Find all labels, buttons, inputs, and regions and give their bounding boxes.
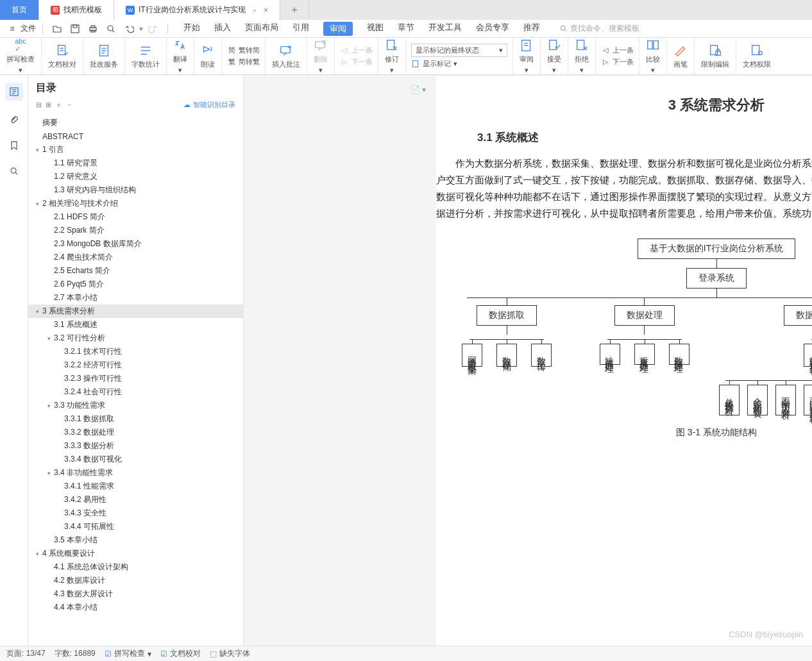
rb-review[interactable]: 审阅 ▾ <box>513 38 541 74</box>
track-combo[interactable]: 显示标记的最终状态▾ <box>411 44 507 57</box>
outline-item[interactable]: 1.2 研究意义 <box>28 170 243 183</box>
status-page[interactable]: 页面: 13/47 <box>6 648 46 659</box>
menu-ref[interactable]: 引用 <box>292 22 309 36</box>
rb-read[interactable]: 朗读 <box>194 38 222 74</box>
outline-item[interactable]: 4.1 系统总体设计架构 <box>28 560 243 574</box>
rb-compare[interactable]: 比较 ▾ <box>639 38 667 74</box>
menu-vip[interactable]: 会员专享 <box>476 22 509 36</box>
redo-icon[interactable] <box>146 22 161 35</box>
rb-insert-comment[interactable]: 插入批注 <box>266 38 307 74</box>
clip-icon[interactable] <box>8 113 21 126</box>
status-proof[interactable]: ☑文档校对 <box>160 648 201 659</box>
rb-spellcheck[interactable]: abc✓拼写检查 ▾ <box>0 38 42 74</box>
outline-item[interactable]: 4.3 数据大屏设计 <box>28 587 243 601</box>
rb-accept[interactable]: 接受 ▾ <box>541 38 568 74</box>
caret-icon[interactable]: ▾ <box>33 308 41 315</box>
rb-next2[interactable]: ▷下一条 <box>601 57 634 67</box>
caret-icon[interactable]: ▾ <box>45 335 53 342</box>
outline-item[interactable]: 1.1 研究背景 <box>28 156 243 170</box>
outline-item[interactable]: 2.3 MongoDB 数据库简介 <box>28 237 243 251</box>
outline-item[interactable]: ▾3.2 可行性分析 <box>28 331 243 345</box>
rb-brush[interactable]: 画笔 <box>667 38 695 74</box>
outline-item[interactable]: 2.5 Echarts 简介 <box>28 264 243 278</box>
search-icon[interactable] <box>8 165 21 178</box>
status-missing-font[interactable]: ⬚ 缺失字体 <box>210 648 250 659</box>
outline-item[interactable]: 2.1 HDFS 简介 <box>28 210 243 224</box>
rb-prev-comment[interactable]: ◁上一条 <box>340 46 373 55</box>
status-words[interactable]: 字数: 16889 <box>55 648 96 659</box>
outline-item[interactable]: ▾1 引言 <box>28 143 243 156</box>
outline-item[interactable]: ▾2 相关理论与技术介绍 <box>28 197 243 210</box>
outline-item[interactable]: 3.5 本章小结 <box>28 533 243 547</box>
document-area[interactable]: 📄 ▾ 3 系统需求分析 3.1 系统概述 作为大数据分析系统，数据采集、数据处… <box>244 75 812 646</box>
print-icon[interactable] <box>85 22 101 35</box>
outline-item[interactable]: 3.1 系统概述 <box>28 318 243 331</box>
expand-icon[interactable]: ＋ <box>55 100 62 110</box>
expand-all-icon[interactable]: ⊞ <box>46 101 51 109</box>
menu-insert[interactable]: 插入 <box>214 22 231 36</box>
outline-item[interactable]: 2.6 Pyqt5 简介 <box>28 278 243 291</box>
rb-revise[interactable]: 修订 ▾ <box>378 38 406 74</box>
outline-item[interactable]: 4.4 本章小结 <box>28 601 243 614</box>
collapse-all-icon[interactable]: ⊟ <box>36 101 42 109</box>
rb-restrict[interactable]: 限制编辑 <box>695 38 736 74</box>
tab-restore-icon[interactable]: ▫ <box>253 6 256 15</box>
rb-prev2[interactable]: ◁上一条 <box>601 46 634 55</box>
menu-chapter[interactable]: 章节 <box>398 22 414 36</box>
bookmark-icon[interactable] <box>8 139 21 152</box>
preview-icon[interactable] <box>103 22 119 35</box>
outline-item[interactable]: 4.2 数据库设计 <box>28 574 243 587</box>
tab-document[interactable]: WIT行业岗位分析系统设计与实现▫× <box>114 0 280 20</box>
undo-icon[interactable] <box>121 22 137 35</box>
caret-icon[interactable]: ▾ <box>45 470 53 476</box>
outline-tree[interactable]: 摘要ABSTRACT▾1 引言1.1 研究背景1.2 研究意义1.3 研究内容与… <box>28 115 243 646</box>
outline-item[interactable]: ▾3.3 功能性需求 <box>28 399 243 412</box>
menu-dev[interactable]: 开发工具 <box>428 22 462 36</box>
menu-view[interactable]: 视图 <box>367 22 384 36</box>
outline-item[interactable]: ABSTRACT <box>28 130 243 143</box>
caret-icon[interactable]: ▾ <box>33 201 41 207</box>
tab-new[interactable]: ＋ <box>280 0 309 20</box>
menu-start[interactable]: 开始 <box>183 22 200 36</box>
open-icon[interactable] <box>49 22 65 35</box>
menu-review[interactable]: 审阅 <box>323 22 353 36</box>
outline-item[interactable]: 3.3.1 数据抓取 <box>28 412 243 426</box>
menu-layout[interactable]: 页面布局 <box>245 22 278 36</box>
outline-item[interactable]: 3.2.1 技术可行性 <box>28 345 243 358</box>
outline-item[interactable]: 1.3 研究内容与组织结构 <box>28 183 243 197</box>
outline-item[interactable]: 3.3.2 数据处理 <box>28 426 243 439</box>
status-spell[interactable]: ☑拼写检查 ▾ <box>105 648 151 659</box>
caret-icon[interactable]: ▾ <box>33 147 41 153</box>
caret-icon[interactable]: ▾ <box>33 551 41 557</box>
outline-item[interactable]: 3.2.2 经济可行性 <box>28 358 243 372</box>
tab-templates[interactable]: 稻找稻壳模板 <box>39 0 114 20</box>
save-icon[interactable] <box>67 22 83 35</box>
rb-docperm[interactable]: 文档权限 <box>736 38 777 74</box>
rb-delete-comment[interactable]: 删除 ▾ <box>307 38 335 74</box>
rb-reject[interactable]: 拒绝 ▾ <box>568 38 596 74</box>
rb-sc1[interactable]: 简繁转简 <box>227 46 260 55</box>
outline-item[interactable]: 摘要 <box>28 116 243 130</box>
page-mini-toolbar[interactable]: 📄 ▾ <box>410 85 426 94</box>
outline-item[interactable]: 3.2.3 操作可行性 <box>28 372 243 385</box>
rb-show-marks[interactable]: 显示标记 ▾ <box>411 59 507 69</box>
outline-item[interactable]: 2.2 Spark 简介 <box>28 224 243 237</box>
outline-item[interactable]: ▾3.4 非功能性需求 <box>28 466 243 480</box>
outline-icon[interactable] <box>5 83 23 101</box>
rb-sc2[interactable]: 繁简转繁 <box>227 57 260 67</box>
outline-item[interactable]: 3.4.1 性能需求 <box>28 480 243 493</box>
outline-item[interactable]: ▾4 系统概要设计 <box>28 547 243 560</box>
file-menu[interactable]: 文件 <box>21 23 36 34</box>
hamburger-icon[interactable]: ≡ <box>6 24 18 33</box>
outline-item[interactable]: 3.4.2 易用性 <box>28 493 243 506</box>
outline-item[interactable]: 2.4 爬虫技术简介 <box>28 251 243 264</box>
smart-detect[interactable]: ☁智能识别目录 <box>183 100 235 110</box>
outline-item[interactable]: 3.3.3 数据分析 <box>28 439 243 453</box>
outline-item[interactable]: 2.7 本章小结 <box>28 291 243 305</box>
command-search[interactable]: 查找命令、搜索模板 <box>559 23 639 34</box>
rb-next-comment[interactable]: ▷下一条 <box>340 57 373 67</box>
outline-item[interactable]: 3.4.4 可拓展性 <box>28 520 243 533</box>
outline-item[interactable]: ▾3 系统需求分析 <box>28 305 243 318</box>
outline-item[interactable]: 3.3.4 数据可视化 <box>28 453 243 466</box>
rb-wordcount[interactable]: 字数统计 <box>125 38 167 74</box>
